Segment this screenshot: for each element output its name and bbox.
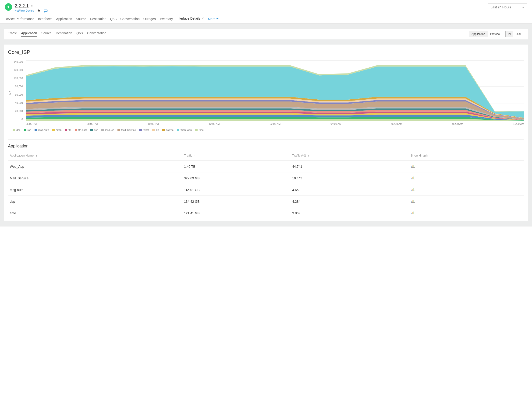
hamburger-icon[interactable]: ≡: [31, 4, 32, 8]
device-ip: 2.2.2.1: [14, 3, 29, 9]
main-tab-conversation[interactable]: Conversation: [120, 17, 140, 23]
sub-tab-bar: TrafficApplicationSourceDestinationQoSCo…: [4, 29, 528, 39]
close-icon[interactable]: ✕: [202, 17, 204, 20]
cell-name: time: [8, 207, 182, 219]
legend-item-ftp[interactable]: ftp: [65, 129, 71, 131]
col-traffic-pct[interactable]: Traffic (%) ▲▼: [290, 150, 409, 161]
legend-label: time: [199, 129, 204, 131]
legend-item-ftp-data[interactable]: ftp-data: [75, 129, 87, 131]
legend-item-web_app[interactable]: Web_App: [177, 129, 192, 131]
cell-name: dsp: [8, 196, 182, 207]
svg-rect-4: [413, 165, 414, 167]
main-tab-interfaces[interactable]: Interfaces: [38, 17, 52, 23]
legend-label: telnet: [143, 129, 149, 131]
chat-icon[interactable]: [44, 9, 47, 12]
y-tick: 120,000: [13, 68, 23, 71]
page-header: 2.2.2.1 ≡ NetFlow Device Last 24 Hours: [0, 0, 532, 12]
table-row: dsp134.42 GB4.284: [8, 196, 524, 207]
tag-icon[interactable]: [37, 9, 41, 12]
col-app-name[interactable]: Application Name ▲▼: [8, 150, 182, 161]
show-graph-icon[interactable]: [411, 164, 415, 168]
more-link[interactable]: More: [208, 17, 219, 23]
svg-rect-11: [412, 201, 412, 202]
svg-rect-7: [413, 177, 414, 179]
netflow-device-link[interactable]: NetFlow Device: [14, 9, 34, 12]
legend-item-nsw-fe[interactable]: nsw-fe: [162, 129, 173, 131]
svg-rect-3: [412, 165, 413, 167]
legend-item-telnet[interactable]: telnet: [139, 129, 149, 131]
cell-traffic: 146.01 GB: [182, 184, 291, 196]
sub-tab-qos[interactable]: QoS: [76, 31, 83, 37]
legend-item-mail_service[interactable]: Mail_Service: [117, 129, 136, 131]
y-axis-ticks: 140,000120,000100,00080,00060,00040,0002…: [13, 60, 24, 121]
divider: [8, 139, 524, 140]
legend-swatch: [177, 129, 179, 131]
main-tab-outages[interactable]: Outages: [143, 17, 156, 23]
time-range-select[interactable]: Last 24 Hours: [488, 3, 527, 11]
x-tick: 02:00 AM: [270, 123, 280, 125]
cell-pct: 10.443: [290, 173, 409, 184]
legend-label: ssh: [94, 129, 98, 131]
svg-rect-9: [412, 189, 413, 191]
show-graph-icon[interactable]: [411, 176, 415, 180]
cell-name: Web_App: [8, 161, 182, 173]
legend-label: nsw-fe: [166, 129, 173, 131]
show-graph-icon[interactable]: [411, 199, 415, 204]
svg-rect-16: [413, 212, 414, 214]
x-tick: 12:00 AM: [209, 123, 220, 125]
legend-label: ftp-data: [78, 129, 87, 131]
main-tab-source[interactable]: Source: [76, 17, 86, 23]
legend-item-ssh[interactable]: ssh: [90, 129, 98, 131]
table-title: Application: [8, 144, 524, 148]
plot-area[interactable]: [26, 60, 524, 121]
sort-icon: ▲▼: [308, 155, 310, 157]
main-tab-device-performance[interactable]: Device Performance: [5, 17, 34, 23]
legend-label: msg-auth: [38, 129, 49, 131]
show-graph-icon[interactable]: [411, 211, 415, 215]
main-tab-application[interactable]: Application: [56, 17, 72, 23]
toggle-protocol[interactable]: Protocol: [488, 31, 503, 37]
table-row: Web_App1.40 TB44.741: [8, 161, 524, 173]
legend-item-time[interactable]: time: [195, 129, 204, 131]
y-tick: 60,000: [13, 93, 23, 96]
svg-point-0: [38, 10, 38, 10]
svg-rect-6: [412, 177, 413, 179]
y-tick: 100,000: [13, 77, 23, 80]
toggle-out[interactable]: OUT: [513, 31, 524, 37]
sub-tab-application[interactable]: Application: [21, 31, 37, 37]
cell-name: Mail_Service: [8, 173, 182, 184]
sub-tab-traffic[interactable]: Traffic: [8, 31, 17, 37]
table-row: time121.41 GB3.869: [8, 207, 524, 219]
legend-item-smtp[interactable]: smtp: [52, 129, 62, 131]
legend-swatch: [162, 129, 165, 131]
col-traffic[interactable]: Traffic ▲: [182, 150, 291, 161]
toggle-application[interactable]: Application: [469, 31, 488, 37]
legend-item-rap[interactable]: rap: [24, 129, 31, 131]
main-tab-inventory[interactable]: Inventory: [159, 17, 173, 23]
svg-rect-10: [413, 188, 414, 191]
legend-label: msg-icp: [105, 129, 114, 131]
cell-traffic: 327.69 GB: [182, 173, 291, 184]
x-tick: 08:00 AM: [452, 123, 463, 125]
toggle-in[interactable]: IN: [506, 31, 513, 37]
cell-pct: 3.869: [290, 207, 409, 219]
sub-tab-conversation[interactable]: Conversation: [87, 31, 107, 37]
main-tab-destination[interactable]: Destination: [90, 17, 106, 23]
svg-rect-14: [412, 213, 412, 214]
x-axis-ticks: 06:00 PM08:00 PM10:00 PM12:00 AM02:00 AM…: [26, 123, 524, 125]
status-up-icon: [5, 3, 12, 11]
main-tab-qos[interactable]: QoS: [110, 17, 117, 23]
legend-item-rlp[interactable]: rlp: [152, 129, 159, 131]
legend-item-dsp[interactable]: dsp: [13, 129, 20, 131]
sub-tab-destination[interactable]: Destination: [56, 31, 72, 37]
sub-tab-source[interactable]: Source: [41, 31, 52, 37]
legend-item-msg-icp[interactable]: msg-icp: [101, 129, 114, 131]
show-graph-icon[interactable]: [411, 188, 415, 192]
legend-swatch: [75, 129, 77, 131]
svg-rect-15: [412, 212, 413, 214]
legend-item-msg-auth[interactable]: msg-auth: [35, 129, 49, 131]
legend-label: Mail_Service: [121, 129, 136, 131]
main-tab-interface-details[interactable]: Interface Details✕: [177, 17, 204, 23]
x-tick: 10:00 AM: [513, 123, 524, 125]
area-series-dsp[interactable]: [26, 119, 524, 121]
